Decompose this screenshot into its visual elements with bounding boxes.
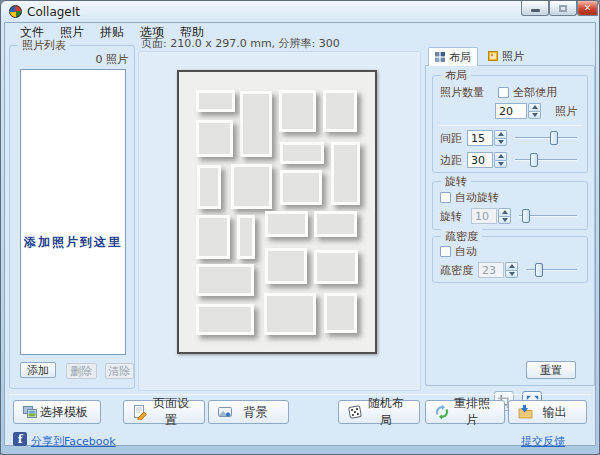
spacing-spinner [494,130,507,146]
photo-list[interactable]: 添加照片到这里 [20,69,126,355]
density-slider[interactable] [526,262,577,278]
spin-down-button[interactable] [498,216,511,225]
photo-count-setting-label: 照片数量 [440,85,484,100]
clear-button[interactable]: 清除 [105,363,134,379]
feedback-link[interactable]: 提交反馈 [521,434,565,449]
page-setup-label: 页面设置 [148,395,204,429]
dropzone-hint: 添加照片到这里 [21,234,125,251]
background-button[interactable]: 背景 [208,400,289,424]
collage-tile [196,304,255,336]
use-all-label: 全部使用 [513,85,557,100]
output-label: 输出 [533,404,586,421]
minimize-button[interactable] [521,1,549,16]
collage-tile [237,215,256,259]
spacing-slider[interactable] [515,130,577,146]
close-button[interactable]: ✕ [577,1,598,16]
layout-grid-icon [435,52,445,62]
collage-tile [279,90,316,132]
maximize-icon [559,5,567,12]
close-icon: ✕ [584,3,592,13]
page-info: 页面: 210.0 x 297.0 mm, 分辨率: 300 [141,36,340,51]
rearrange-photos-button[interactable]: 重排照片 [425,400,505,424]
photo-count-spinner [528,103,541,119]
titlebar[interactable]: CollageIt ✕ [1,1,599,22]
photos-stack-icon [22,404,38,420]
collage-tile [323,90,357,132]
remove-button[interactable]: 删除 [66,363,97,379]
tab-layout-label: 布局 [449,50,471,65]
spin-up-button[interactable] [528,103,541,111]
divider [439,125,581,126]
facebook-icon: f [13,432,27,446]
photo-count-input[interactable] [495,103,527,119]
density-label: 疏密度 [440,263,478,278]
rotation-slider-thumb[interactable] [522,209,530,223]
spacing-slider-thumb[interactable] [550,131,558,145]
margin-input[interactable] [467,152,493,168]
spin-down-button[interactable] [505,270,518,279]
random-layout-button[interactable]: 随机布局 [338,400,420,424]
spin-up-button[interactable] [494,152,507,160]
layout-group-title: 布局 [441,68,471,83]
rotation-group: 旋转 自动旋转 旋转 [432,181,588,230]
density-group-title: 疏密度 [441,229,482,244]
spin-down-button[interactable] [528,111,541,120]
collage-tile [196,215,230,259]
collage-tile [314,250,358,284]
collage-tile [324,293,357,333]
tab-photo[interactable]: 照片 [482,47,530,65]
choose-template-label: 选择模板 [38,404,100,421]
add-button[interactable]: 添加 [20,362,56,378]
collage-tile [314,211,357,238]
density-group: 疏密度 自动 疏密度 [432,236,588,283]
margin-label: 边距 [440,153,467,168]
auto-rotate-checkbox[interactable] [440,192,451,203]
preview-area [138,51,421,391]
spin-up-button[interactable] [494,130,507,138]
maximize-button[interactable] [549,1,577,16]
photo-list-title: 照片列表 [18,38,70,53]
rearrange-photos-label: 重排照片 [450,395,504,429]
photo-icon [488,51,498,61]
client-area: 文件 照片 拼贴 选项 帮助 页面: 210.0 x 297.0 mm, 分辨率… [4,22,596,446]
collage-tile [196,264,255,296]
density-input[interactable] [478,262,504,278]
margin-slider-thumb[interactable] [530,153,538,167]
density-spinner [505,262,518,278]
collage-tile [280,170,322,206]
auto-density-checkbox[interactable] [440,246,451,257]
folder-output-icon [517,404,533,420]
collage-tile [265,211,308,238]
output-button[interactable]: 输出 [508,400,587,424]
rotation-group-title: 旋转 [441,174,471,189]
spacing-input[interactable] [467,130,493,146]
spin-down-button[interactable] [494,160,507,169]
margin-spinner [494,152,507,168]
share-facebook-link[interactable]: 分享到Facebook [31,434,116,449]
margin-slider[interactable] [515,152,577,168]
rotation-input[interactable] [471,208,497,224]
collage-tile [331,142,360,205]
use-all-checkbox[interactable] [498,87,509,98]
auto-rotate-label: 自动旋转 [455,190,499,205]
tab-layout[interactable]: 布局 [428,47,478,66]
spacing-label: 间距 [440,131,467,146]
page-setup-button[interactable]: 页面设置 [123,400,205,424]
choose-template-button[interactable]: 选择模板 [13,400,101,424]
auto-density-label: 自动 [455,244,477,259]
background-image-icon [217,404,233,420]
spin-up-button[interactable] [505,262,518,270]
spin-up-button[interactable] [498,208,511,216]
photo-count-label: 0 照片 [96,52,129,67]
density-slider-thumb[interactable] [535,263,543,277]
photo-unit-label: 照片 [555,104,577,119]
menu-collage[interactable]: 拼贴 [93,23,131,42]
reset-button[interactable]: 重置 [526,361,576,379]
spin-down-button[interactable] [494,138,507,147]
collage-tile [197,165,222,209]
collage-page [177,70,377,354]
rotation-slider[interactable] [519,208,577,224]
collage-tile [265,248,307,284]
random-layout-label: 随机布局 [363,395,419,429]
collage-tile [280,142,324,164]
